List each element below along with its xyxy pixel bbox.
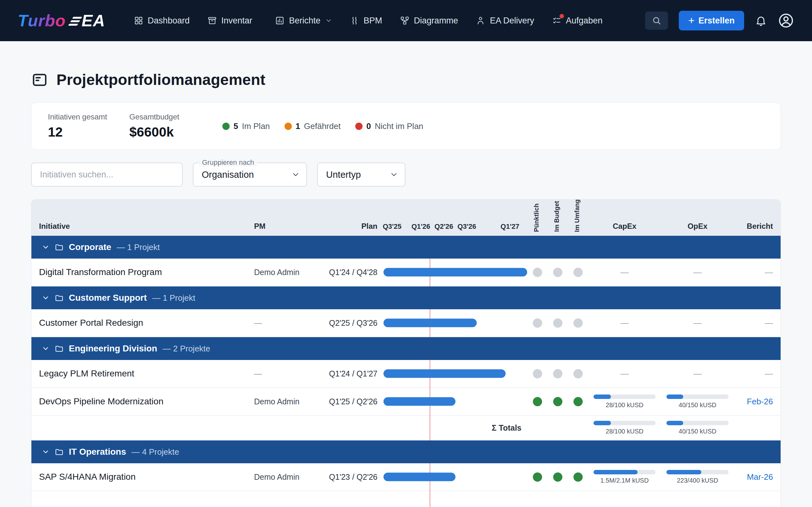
initiative-name[interactable]: SAP S/4HANA Migration [32,472,247,482]
group-totals-row: Σ Totals 28/100 kUSD 40/150 kUSD [32,416,780,441]
legend-label: Im Plan [242,121,270,131]
col-im-umfang: Im Umfang [573,199,581,232]
nav-diagramme[interactable]: Diagramme [400,16,458,26]
status-dot-puenktlich [533,268,542,277]
nav-aufgaben[interactable]: Aufgaben [552,16,603,26]
folder-icon [55,293,63,302]
search-input[interactable] [31,163,183,187]
gantt-bar[interactable] [384,370,506,378]
col-opex: OpEx [661,222,734,236]
group-name: Customer Support [69,293,147,303]
reports-chart-icon [275,16,285,25]
nav-bpm[interactable]: BPM [350,16,382,26]
app-logo[interactable]: Turbo EA [18,11,105,30]
initiative-name[interactable]: Legacy PLM Retirement [32,369,247,379]
gantt-bar[interactable] [384,268,527,277]
report-date-link[interactable]: Feb-26 [734,397,780,406]
pm-cell: Demo Admin [247,397,320,406]
nav-label: Inventar [221,16,252,26]
col-capex: CapEx [588,222,661,236]
quarter-label: Q2'26 [435,222,453,231]
totals-capex-cell: 28/100 kUSD [588,421,661,435]
initiative-name[interactable]: DevOps Pipeline Modernization [32,396,247,406]
inventory-box-icon [207,16,217,25]
opex-amount: 223/400 kUSD [677,477,718,484]
capex-cell: 28/100 kUSD [588,395,661,409]
opex-cell: — [661,318,734,328]
table-header-row: Initiative PM Plan Q3'25 Q1'26 Q2'26 Q3'… [32,200,780,236]
status-dot-im-umfang [573,397,583,406]
chevron-down-icon [292,171,299,178]
initiative-name[interactable]: Digital Transformation Program [32,267,247,277]
table-row[interactable]: Customer Portal Redesign — Q2'25 / Q3'26… [32,309,780,337]
group-by-select[interactable]: Gruppieren nach Organisation [193,163,307,187]
report-date-link[interactable]: Mar-26 [734,472,780,482]
folder-icon [55,243,63,251]
chevron-down-icon[interactable] [42,294,49,301]
capex-progress-fill [594,395,611,399]
group-header-corporate[interactable]: Corporate — 1 Projekt [32,236,780,259]
totals-label: Σ Totals [32,424,527,433]
chevron-down-icon [390,171,398,178]
notifications-bell-icon[interactable] [755,14,767,26]
table-row[interactable]: Digital Transformation Program Demo Admi… [32,259,780,286]
navbar-actions: + Erstellen [645,11,794,31]
group-header-engineering-division[interactable]: Engineering Division — 2 Projekte [32,337,780,360]
opex-progress-track [666,421,728,425]
status-dot-im-budget [553,472,562,482]
search-button[interactable] [645,11,668,30]
nav-label: EA Delivery [490,16,534,26]
chevron-down-icon[interactable] [42,244,49,250]
group-header-customer-support[interactable]: Customer Support — 1 Projekt [32,286,780,309]
subtype-value: Untertyp [326,170,361,180]
gantt-bar[interactable] [384,319,477,327]
nav-dashboard[interactable]: Dashboard [134,16,190,26]
legend-off-track: 0 Nicht im Plan [355,121,423,131]
nav-inventar[interactable]: Inventar [207,16,258,26]
col-puenktlich: Pünktlich [533,204,540,232]
opex-cell: — [661,268,734,277]
table-row[interactable]: DevOps Pipeline Modernization Demo Admin… [32,388,780,416]
status-dot-puenktlich [533,397,542,406]
capex-progress-track [594,470,656,474]
nav-ea-delivery[interactable]: EA Delivery [476,16,534,26]
status-dot-im-umfang [573,369,583,378]
initiatives-total-label: Initiativen gesamt [48,112,107,121]
budget-total-value: $6600k [130,124,179,140]
gantt-cell [384,463,527,491]
group-name: Engineering Division [69,343,157,354]
status-dot-puenktlich [533,369,542,378]
gantt-cell [384,388,527,415]
nav-label: Dashboard [148,16,190,26]
person-icon [476,16,485,25]
notification-badge-dot [560,14,564,18]
chevron-down-icon[interactable] [42,448,49,455]
gantt-bar[interactable] [384,397,455,406]
opex-cell: — [661,369,734,379]
budget-total-block: Gesamtbudget $6600k [130,112,179,140]
opex-amount: 40/150 kUSD [679,401,716,409]
col-im-budget: Im Budget [553,201,560,232]
page-title-icon [31,71,48,89]
group-by-label: Gruppieren nach [199,158,257,167]
table-row[interactable]: SAP S/4HANA Migration Demo Admin Q1'23 /… [32,463,780,491]
table-row[interactable]: Legacy PLM Retirement — Q1'24 / Q1'27 — … [32,360,780,388]
capex-amount: 28/100 kUSD [606,401,644,409]
pm-cell: — [247,319,320,328]
opex-progress-fill [666,395,683,399]
chevron-down-icon[interactable] [42,345,49,352]
status-dot-im-budget [553,369,562,378]
plan-cell: Q1'25 / Q2'26 [320,397,384,406]
create-button[interactable]: + Erstellen [679,11,744,31]
plan-cell: Q1'24 / Q4'28 [320,268,384,277]
red-status-dot-icon [355,123,362,130]
initiative-name[interactable]: Customer Portal Redesign [32,318,247,328]
partial-next-row [32,491,780,507]
gantt-bar[interactable] [384,473,455,481]
dashboard-icon [134,16,143,25]
nav-berichte[interactable]: Berichte [275,16,332,26]
quarter-label: Q3'25 [383,222,402,231]
subtype-select[interactable]: Untertyp [317,163,405,187]
group-header-it-operations[interactable]: IT Operations — 4 Projekte [32,441,780,463]
account-avatar-icon[interactable] [778,12,794,29]
